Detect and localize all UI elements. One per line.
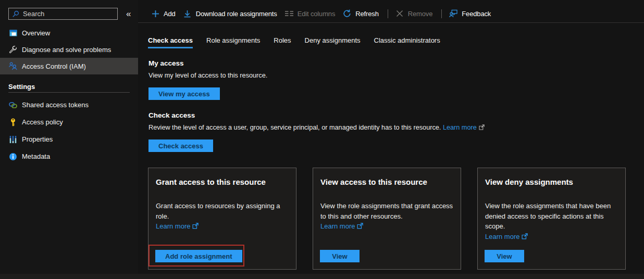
overview-icon bbox=[9, 29, 17, 37]
info-icon bbox=[9, 153, 17, 161]
external-link-icon bbox=[522, 232, 528, 243]
my-access-title: My access bbox=[148, 59, 644, 67]
toolbar-label: Add bbox=[164, 10, 176, 18]
card-description: View the role assignments that grant acc… bbox=[320, 201, 453, 232]
toolbar-label: Remove bbox=[408, 10, 433, 18]
refresh-icon bbox=[343, 9, 351, 18]
add-button[interactable]: Add bbox=[151, 9, 176, 18]
search-icon bbox=[12, 10, 19, 18]
sidebar-item-label: Metadata bbox=[22, 153, 50, 160]
card-description: Grant access to resources by assigning a… bbox=[156, 201, 289, 232]
card-description-text: View the role assignments that grant acc… bbox=[320, 202, 453, 220]
sidebar-nav: Overview Diagnose and solve problems Acc… bbox=[0, 24, 138, 165]
grant-access-card: Grant access to this resource Grant acce… bbox=[148, 168, 296, 270]
tab-classic-administrators[interactable]: Classic administrators bbox=[374, 37, 440, 48]
plus-icon bbox=[151, 9, 159, 18]
properties-icon bbox=[9, 135, 17, 144]
sidebar-item-label: Access Control (IAM) bbox=[22, 62, 86, 70]
external-link-icon bbox=[192, 222, 199, 232]
add-role-assignment-button[interactable]: Add role assignment bbox=[155, 250, 242, 262]
view-access-learn-more-link[interactable]: Learn more bbox=[320, 221, 355, 232]
resource-menu-sidebar: « Overview Diagnose and solve problems A… bbox=[0, 0, 138, 279]
learn-more-label: Learn more bbox=[485, 233, 519, 240]
sidebar-item-label: Overview bbox=[22, 29, 50, 37]
shared-tokens-icon bbox=[9, 101, 17, 109]
key-icon bbox=[9, 118, 17, 126]
tab-deny-assignments[interactable]: Deny assignments bbox=[305, 37, 361, 48]
check-access-description-text: Review the level of access a user, group… bbox=[148, 124, 441, 131]
sidebar-settings-header: Settings bbox=[0, 82, 138, 92]
sidebar-item-label: Access policy bbox=[22, 118, 63, 126]
learn-more-label: Learn more bbox=[443, 124, 477, 131]
sidebar-item-diagnose[interactable]: Diagnose and solve problems bbox=[0, 41, 138, 58]
learn-more-label: Learn more bbox=[156, 222, 190, 230]
sidebar-item-label: Diagnose and solve problems bbox=[22, 46, 111, 54]
download-role-assignments-button[interactable]: Download role assignments bbox=[183, 9, 277, 18]
toolbar-separator bbox=[388, 9, 388, 18]
refresh-button[interactable]: Refresh bbox=[343, 9, 378, 18]
learn-more-label: Learn more bbox=[320, 222, 355, 230]
card-title: View deny assignments bbox=[485, 177, 618, 186]
toolbar-label: Edit columns bbox=[298, 10, 336, 18]
sidebar-search-row: « bbox=[8, 8, 138, 20]
card-description: View the role assignments that have been… bbox=[485, 201, 618, 242]
external-link-icon bbox=[357, 222, 363, 232]
view-access-view-button[interactable]: View bbox=[320, 250, 360, 262]
horizontal-scrollbar[interactable] bbox=[0, 274, 644, 279]
feedback-button[interactable]: Feedback bbox=[449, 9, 491, 18]
wrench-icon bbox=[9, 45, 17, 54]
access-control-icon bbox=[9, 62, 17, 70]
card-title: View access to this resource bbox=[320, 177, 453, 186]
card-description-text: Grant access to resources by assigning a… bbox=[156, 202, 280, 220]
check-access-title: Check access bbox=[148, 111, 644, 119]
remove-icon bbox=[395, 9, 404, 18]
external-link-icon bbox=[479, 124, 485, 132]
sidebar-item-label: Shared access tokens bbox=[22, 101, 89, 109]
tab-role-assignments[interactable]: Role assignments bbox=[206, 37, 260, 48]
sidebar-item-access-policy[interactable]: Access policy bbox=[0, 113, 138, 131]
check-access-content: My access View my level of access to thi… bbox=[138, 59, 644, 270]
sidebar-item-overview[interactable]: Overview bbox=[0, 24, 138, 41]
edit-columns-button[interactable]: Edit columns bbox=[285, 9, 336, 18]
my-access-description: View my level of access to this resource… bbox=[148, 72, 644, 80]
collapse-sidebar-icon[interactable]: « bbox=[125, 8, 132, 19]
view-my-access-button[interactable]: View my access bbox=[148, 87, 220, 100]
grant-access-learn-more-link[interactable]: Learn more bbox=[156, 221, 190, 232]
sidebar-item-properties[interactable]: Properties bbox=[0, 131, 138, 148]
main-pane: Add Download role assignments Edit colum… bbox=[138, 0, 644, 279]
sidebar-item-shared-access-tokens[interactable]: Shared access tokens bbox=[0, 96, 138, 113]
sidebar-item-metadata[interactable]: Metadata bbox=[0, 148, 138, 165]
pivot-tabs: Check access Role assignments Roles Deny… bbox=[138, 37, 644, 48]
feedback-icon bbox=[449, 9, 457, 18]
check-access-learn-more-link[interactable]: Learn more bbox=[443, 124, 477, 131]
sidebar-item-access-control[interactable]: Access Control (IAM) bbox=[0, 58, 138, 74]
card-title: Grant access to this resource bbox=[156, 177, 289, 186]
edit-columns-icon bbox=[285, 9, 293, 18]
toolbar-separator bbox=[441, 9, 442, 18]
view-access-card: View access to this resource View the ro… bbox=[313, 168, 461, 270]
view-deny-assignments-card: View deny assignments View the role assi… bbox=[477, 168, 626, 270]
check-access-description: Review the level of access a user, group… bbox=[148, 124, 644, 132]
download-icon bbox=[183, 9, 192, 18]
command-bar: Add Download role assignments Edit colum… bbox=[138, 0, 644, 23]
sidebar-divider bbox=[8, 92, 130, 93]
remove-button[interactable]: Remove bbox=[395, 9, 433, 18]
tab-roles[interactable]: Roles bbox=[274, 37, 291, 48]
toolbar-label: Download role assignments bbox=[196, 10, 277, 18]
toolbar-label: Feedback bbox=[462, 10, 491, 18]
search-input[interactable] bbox=[23, 10, 114, 18]
sidebar-search-box[interactable] bbox=[8, 8, 118, 20]
sidebar-item-label: Properties bbox=[22, 135, 53, 143]
view-deny-learn-more-link[interactable]: Learn more bbox=[485, 232, 519, 242]
tab-check-access[interactable]: Check access bbox=[148, 37, 193, 48]
card-description-text: View the role assignments that have been… bbox=[485, 202, 611, 230]
check-access-button[interactable]: Check access bbox=[148, 140, 213, 152]
cards-row: Grant access to this resource Grant acce… bbox=[148, 168, 644, 270]
view-deny-view-button[interactable]: View bbox=[485, 250, 524, 262]
toolbar-label: Refresh bbox=[355, 10, 378, 18]
